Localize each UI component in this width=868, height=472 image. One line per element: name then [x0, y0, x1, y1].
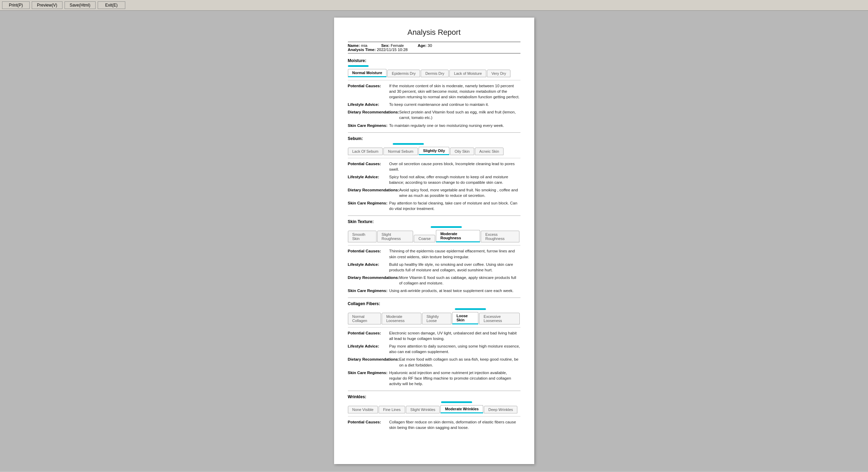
- texture-section-title: Skin Texture:: [348, 219, 520, 224]
- report-meta: Name: mia Sex: Female Age: 30 Analysis T…: [348, 42, 520, 53]
- sebum-sc-value: Pay attention to facial cleaning, take c…: [389, 200, 520, 211]
- sebum-potential-causes: Potential Causes: Over oil secretion cau…: [348, 161, 520, 172]
- collagen-la-value: Pay more attention to daily sunscreen, u…: [389, 343, 520, 354]
- collagen-potential-causes: Potential Causes: Electronic screen dama…: [348, 330, 520, 341]
- divider-1: [348, 132, 520, 133]
- sebum-sc-label: Skin Care Regimens:: [348, 200, 389, 211]
- collagen-sc-value: Hyaluronic acid injection and some nutri…: [389, 370, 520, 386]
- wrinkles-potential-causes: Potential Causes: Collagen fiber reduce …: [348, 419, 520, 430]
- sebum-pc-value: Over oil secretion cause pores block, In…: [389, 161, 520, 172]
- exit-button[interactable]: Exit(E): [98, 1, 125, 9]
- collagen-indicator-bar: [455, 308, 486, 310]
- age-label: Age: 30: [418, 43, 432, 48]
- tab-moderate-roughness[interactable]: Moderate Roughness: [436, 230, 480, 242]
- sebum-indicator-bar: [393, 143, 424, 145]
- texture-la-value: Build up healthy life style, no smoking …: [389, 262, 520, 273]
- tab-slight-roughness[interactable]: Slight Roughness: [377, 231, 413, 242]
- texture-sc-label: Skin Care Regimens:: [348, 288, 389, 293]
- moisture-info: Potential Causes: If the moisture conten…: [348, 80, 520, 128]
- tab-deep-wrinkles[interactable]: Deep Wrinkles: [484, 406, 517, 413]
- tab-excessive-looseness[interactable]: Excessive Looseness: [479, 313, 519, 324]
- tab-epidermis-dry[interactable]: Epidermis Dry: [387, 70, 420, 77]
- moisture-section-title: Moisture:: [348, 58, 520, 63]
- wrinkles-tabs: None Visible Fine Lines Slight Wrinkles …: [348, 405, 520, 413]
- wrinkles-pc-label: Potential Causes:: [348, 419, 389, 430]
- collagen-skincare: Skin Care Regimens: Hyaluronic acid inje…: [348, 370, 520, 386]
- texture-dr-label: Dietary Recommendations:: [348, 275, 399, 286]
- wrinkles-pc-value: Collagen fiber reduce on skin dermis, de…: [389, 419, 520, 430]
- tab-slightly-loose[interactable]: Slightly Loose: [422, 313, 451, 324]
- texture-lifestyle: Lifestyle Advice: Build up healthy life …: [348, 262, 520, 273]
- tab-normal-collagen[interactable]: Normal Collagen: [348, 313, 381, 324]
- meta-row-2: Analysis Time: 2022/11/15 10:28: [348, 48, 520, 52]
- toolbar: Print(P) Preview(V) Save(Html) Exit(E): [0, 0, 868, 11]
- collagen-dietary: Dietary Recommendations: Eat more food w…: [348, 356, 520, 368]
- tab-moderate-looseness[interactable]: Moderate Looseness: [382, 313, 421, 324]
- tab-moderate-wrinkles[interactable]: Moderate Wrinkles: [440, 405, 483, 413]
- wrinkles-indicator-bar: [441, 401, 472, 403]
- sebum-dr-label: Dietary Recommendations:: [348, 187, 399, 198]
- collagen-info: Potential Causes: Electronic screen dama…: [348, 327, 520, 386]
- moisture-la-label: Lifestyle Advice:: [348, 102, 389, 107]
- tab-dermis-dry[interactable]: Dermis Dry: [421, 70, 449, 77]
- tab-coarse[interactable]: Coarse: [414, 235, 435, 242]
- tab-oily-skin[interactable]: Oily Skin: [450, 148, 474, 155]
- report-page: Analysis Report Name: mia Sex: Female Ag…: [334, 18, 534, 464]
- meta-row-1: Name: mia Sex: Female Age: 30: [348, 43, 520, 48]
- texture-info: Potential Causes: Thinning of the epider…: [348, 245, 520, 293]
- preview-button[interactable]: Preview(V): [32, 1, 62, 9]
- texture-indicator-bar: [431, 226, 462, 228]
- name-label: Name: mia: [348, 43, 368, 48]
- sebum-lifestyle: Lifestyle Advice: Spicy food not allow, …: [348, 174, 520, 185]
- analysis-time: Analysis Time: 2022/11/15 10:28: [348, 48, 408, 52]
- divider-2: [348, 215, 520, 216]
- collagen-pc-value: Electronic screen damage, UV light, unba…: [389, 330, 520, 341]
- moisture-la-value: To keep current maintenance and continue…: [389, 102, 520, 107]
- texture-pc-label: Potential Causes:: [348, 248, 389, 259]
- moisture-dr-value: Select protein and Vitamin food such as …: [399, 109, 520, 120]
- tab-slightly-oily[interactable]: Slightly Oily: [419, 147, 450, 155]
- collagen-tabs: Normal Collagen Moderate Looseness Sligh…: [348, 312, 520, 324]
- collagen-pc-label: Potential Causes:: [348, 330, 389, 341]
- moisture-indicator-bar: [348, 65, 369, 67]
- moisture-sc-value: To maintain regularly one or two moistur…: [389, 123, 520, 128]
- sebum-section-title: Sebum:: [348, 136, 520, 141]
- save-button[interactable]: Save(Html): [65, 1, 96, 9]
- tab-acneic-skin[interactable]: Acneic Skin: [475, 148, 504, 155]
- texture-dietary: Dietary Recommendations: More Vitamin E …: [348, 275, 520, 286]
- sebum-tabs: Lack Of Sebum Normal Sebum Slightly Oily…: [348, 147, 520, 155]
- tab-normal-moisture[interactable]: Normal Moisture: [348, 69, 387, 77]
- moisture-pc-label: Potential Causes:: [348, 83, 389, 100]
- tab-lack-sebum[interactable]: Lack Of Sebum: [348, 148, 383, 155]
- page-wrapper: Analysis Report Name: mia Sex: Female Ag…: [0, 11, 868, 471]
- sex-label: Sex: Female: [381, 43, 404, 48]
- collagen-lifestyle: Lifestyle Advice: Pay more attention to …: [348, 343, 520, 354]
- divider-3: [348, 298, 520, 298]
- moisture-skincare: Skin Care Regimens: To maintain regularl…: [348, 123, 520, 128]
- tab-lack-moisture[interactable]: Lack of Moisture: [449, 70, 486, 77]
- collagen-dr-value: Eat more food with collagen such as sea-…: [399, 356, 520, 368]
- print-button[interactable]: Print(P): [2, 1, 30, 9]
- texture-potential-causes: Potential Causes: Thinning of the epider…: [348, 248, 520, 259]
- tab-loose-skin[interactable]: Loose Skin: [452, 312, 479, 324]
- moisture-dr-label: Dietary Recommendations:: [348, 109, 399, 120]
- moisture-lifestyle: Lifestyle Advice: To keep current mainte…: [348, 102, 520, 107]
- tab-normal-sebum[interactable]: Normal Sebum: [383, 148, 418, 155]
- tab-fine-lines[interactable]: Fine Lines: [379, 406, 405, 413]
- divider-4: [348, 391, 520, 391]
- collagen-section-title: Collagen Fibers:: [348, 301, 520, 306]
- tab-none-visible[interactable]: None Visible: [348, 406, 378, 413]
- tab-smooth-skin[interactable]: Smooth Skin: [348, 231, 377, 242]
- sebum-dietary: Dietary Recommendations: Avoid spicy foo…: [348, 187, 520, 198]
- tab-excess-roughness[interactable]: Excess Roughness: [481, 231, 519, 242]
- collagen-dr-label: Dietary Recommendations:: [348, 356, 399, 368]
- sebum-la-label: Lifestyle Advice:: [348, 174, 389, 185]
- report-title: Analysis Report: [348, 28, 520, 37]
- texture-dr-value: More Vitamin E food such as cabbage, app…: [399, 275, 520, 286]
- moisture-sc-label: Skin Care Regimens:: [348, 123, 389, 128]
- tab-very-dry[interactable]: Very Dry: [487, 70, 510, 77]
- tab-slight-wrinkles[interactable]: Slight Wrinkles: [406, 406, 440, 413]
- moisture-potential-causes: Potential Causes: If the moisture conten…: [348, 83, 520, 100]
- wrinkles-info: Potential Causes: Collagen fiber reduce …: [348, 416, 520, 430]
- sebum-skincare: Skin Care Regimens: Pay attention to fac…: [348, 200, 520, 211]
